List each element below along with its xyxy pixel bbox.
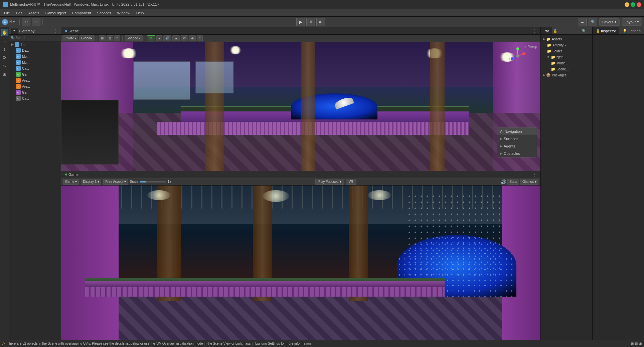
ai-nav-surfaces[interactable]: ▶ Surfaces xyxy=(497,135,537,142)
inspector-tab[interactable]: 🔒 Inspector xyxy=(593,27,619,34)
hierarchy-header: Hierarchy xyxy=(19,29,34,33)
status-btn-1[interactable]: ⊞ xyxy=(631,342,634,345)
piano xyxy=(61,100,119,164)
close-button[interactable]: × xyxy=(637,2,641,7)
hier-item-gallery[interactable]: G Ga... xyxy=(9,89,61,95)
menu-window[interactable]: Window xyxy=(115,10,133,16)
folder-item[interactable]: 📁 Folder xyxy=(541,48,592,54)
game-dropdown[interactable]: Game ▾ xyxy=(63,179,79,185)
hier-item-multimedia[interactable]: M Mu... xyxy=(9,59,61,65)
fx-btn[interactable]: ≡ xyxy=(114,35,120,41)
lighting-tab[interactable]: 💡 Lighting xyxy=(619,27,644,34)
audio-toggle[interactable]: 🔊 xyxy=(163,35,171,41)
packages-item[interactable]: ▶ 📦 Packages xyxy=(541,72,592,78)
scene-folder[interactable]: 📁 Scene... xyxy=(541,66,592,72)
multin-folder[interactable]: 📁 Multin... xyxy=(541,60,592,66)
maximize-button[interactable]: □ xyxy=(631,2,635,7)
menu-assets[interactable]: Assets xyxy=(26,10,42,16)
hierarchy-tab[interactable]: ≡ xyxy=(11,28,18,34)
search-button[interactable]: 🔍 xyxy=(589,18,597,26)
undo-button[interactable]: ↩ xyxy=(22,18,30,26)
scene-more[interactable]: ⋮ xyxy=(531,28,538,34)
hand-tool[interactable]: ✋ xyxy=(1,29,8,36)
transform-tool[interactable]: ⊞ xyxy=(1,70,8,78)
menu-gameobject[interactable]: GameObject xyxy=(43,10,69,16)
pro-search[interactable]: 🔍 xyxy=(581,29,587,33)
game-right-btns: 🔊 Stats Gizmos ▾ xyxy=(500,179,538,185)
game-tab[interactable]: Game xyxy=(63,172,80,177)
layout-dropdown[interactable]: Layout ▾ xyxy=(622,18,642,26)
grid-btn[interactable]: ⊞ xyxy=(99,35,106,41)
redo-button[interactable]: ↪ xyxy=(32,18,40,26)
hier-item-model[interactable]: M Mo... xyxy=(9,53,61,59)
play-focused-btn[interactable]: Play Focused ▾ xyxy=(315,179,344,185)
hidden-obj[interactable]: 👁 xyxy=(181,35,188,41)
collab-button[interactable]: ☁ xyxy=(578,18,587,26)
separator-2 xyxy=(42,19,43,25)
scale-tool[interactable]: ⟳ xyxy=(1,54,8,61)
menu-edit[interactable]: Edit xyxy=(13,10,25,16)
status-btn-2[interactable]: ⊡ xyxy=(635,342,638,345)
njzlrj-folder[interactable]: ▼ 📁 njzlrj xyxy=(541,54,592,60)
menu-file[interactable]: File xyxy=(1,10,13,16)
pause-button[interactable]: ⏸ xyxy=(306,18,315,26)
account-dropdown[interactable]: ▾ xyxy=(13,20,15,24)
hier-icon-2: M xyxy=(16,54,21,59)
game-more[interactable]: ⋮ xyxy=(531,172,538,177)
shaded-dropdown[interactable]: Shaded ▾ xyxy=(125,35,143,41)
stats-btn[interactable]: Stats xyxy=(507,179,519,185)
lighting-label: Lighting xyxy=(628,29,641,33)
hierarchy-tab-bar: ≡ Hierarchy ⋮ xyxy=(9,27,61,35)
vr-btn[interactable]: VR xyxy=(346,179,356,185)
status-btn-3[interactable]: ◉ xyxy=(639,342,642,345)
global-dropdown[interactable]: Global ▾ xyxy=(79,35,95,41)
pro-tab[interactable]: Pro xyxy=(541,27,552,34)
move-tool[interactable]: ↔ xyxy=(1,37,8,44)
scene-extras[interactable]: ≡ xyxy=(197,35,203,41)
pro-more[interactable]: ⋮ xyxy=(587,29,592,33)
hier-item-camera[interactable]: C Ca... xyxy=(9,65,61,71)
gizmos-btn[interactable]: Gizmos ▾ xyxy=(520,179,538,185)
ai-nav-obstacles[interactable]: ▶ Obstacles xyxy=(497,150,537,157)
step-button[interactable]: ⏭ xyxy=(316,18,325,26)
hier-label-6: Are... xyxy=(22,79,30,82)
assets-root[interactable]: ▶ 📁 Assets xyxy=(541,36,592,42)
layers-dropdown[interactable]: Layers ▾ xyxy=(599,18,620,26)
hier-item-gamemanager[interactable]: G Ga... xyxy=(9,71,61,77)
amplify-folder[interactable]: 📁 AmplifyS... xyxy=(541,42,592,48)
lighting-toggle[interactable]: ● xyxy=(156,35,162,41)
game-chairs xyxy=(85,287,445,297)
menu-services[interactable]: Services xyxy=(94,10,114,16)
gizmos-btn[interactable]: ⊠ xyxy=(107,35,113,41)
aspect-dropdown[interactable]: Free Aspect ▾ xyxy=(103,179,128,185)
ai-nav-agents[interactable]: ▶ Agents xyxy=(497,142,537,150)
hier-search-placeholder: Search... xyxy=(16,36,29,40)
pivot-dropdown[interactable]: Pivot ✓ ▾ xyxy=(62,35,78,41)
scene-tab[interactable]: Scene xyxy=(63,28,81,34)
scene-canvas[interactable]: X Y Z < Persp AI Navigation xyxy=(61,42,540,171)
hierarchy-options[interactable]: ⋮ xyxy=(52,28,59,34)
minimize-button[interactable]: − xyxy=(625,2,629,7)
2d-toggle[interactable]: 2D xyxy=(147,35,155,41)
extras-btn[interactable]: ⊕ xyxy=(189,35,196,41)
hier-item-weddinghamll[interactable]: ▶ T Th... xyxy=(9,41,61,47)
hier-label-8: Ga... xyxy=(22,91,29,94)
fx-toggle[interactable]: ☁ xyxy=(172,35,180,41)
pro-lock-icon[interactable]: 🔒 xyxy=(552,29,558,33)
scale-slider-track[interactable] xyxy=(140,181,166,183)
menu-help[interactable]: Help xyxy=(134,10,147,16)
hier-item-canvas[interactable]: C Ca... xyxy=(9,95,61,101)
pro-plus[interactable]: + xyxy=(577,29,581,33)
hier-item-area2[interactable]: A Are... xyxy=(9,83,61,89)
mute-btn[interactable]: 🔊 xyxy=(500,179,506,185)
menu-component[interactable]: Component xyxy=(69,10,94,16)
hier-item-area1[interactable]: A Are... xyxy=(9,77,61,83)
display-dropdown[interactable]: Display 1 ▾ xyxy=(81,179,101,185)
rotate-tool[interactable]: ↕ xyxy=(1,45,8,53)
packages-label: Packages xyxy=(552,73,567,77)
hier-item-dirlight[interactable]: D Dir... xyxy=(9,47,61,53)
play-button[interactable]: ▶ xyxy=(296,18,305,26)
game-canvas[interactable] xyxy=(61,186,540,340)
hier-icon-0: T xyxy=(15,42,19,47)
rect-tool[interactable]: ⤡ xyxy=(1,62,8,69)
